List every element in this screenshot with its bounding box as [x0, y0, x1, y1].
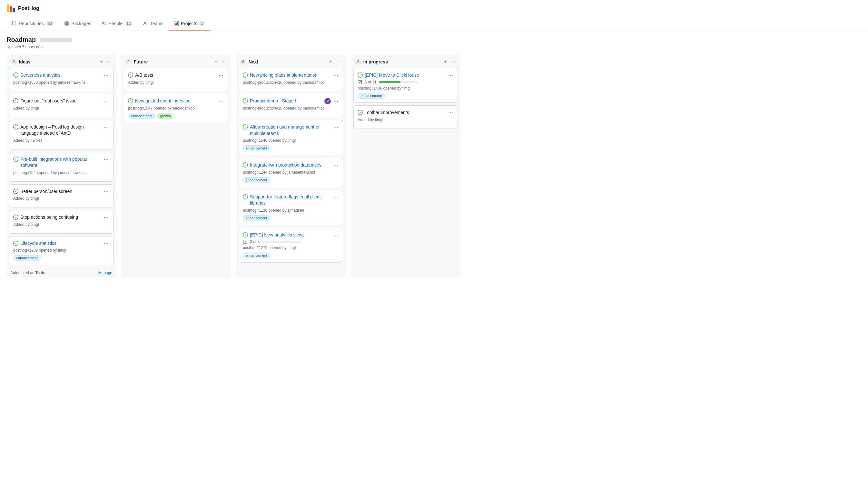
badge-enhancement-5: enhancement [243, 215, 270, 221]
column-ideas-more-button[interactable]: ··· [105, 58, 112, 65]
page-title: Roadmap [6, 36, 36, 43]
card-ab-tests[interactable]: A/B tests ··· Added by timgl [124, 68, 228, 91]
column-future-cards: A/B tests ··· Added by timgl New guided … [121, 68, 231, 126]
column-ideas: 8 Ideas + ··· Serverless analytics ··· [6, 55, 116, 278]
title-skeleton [40, 38, 72, 42]
card-stop-actions[interactable]: Stop actions being confusing ··· Added b… [9, 210, 114, 233]
card-analytics-views-footer: enhancement [243, 252, 339, 259]
column-future-add-button[interactable]: + [213, 58, 219, 65]
card-feature-flags[interactable]: Support for feature flags in all client … [239, 190, 343, 225]
column-ideas-add-button[interactable]: + [98, 58, 104, 65]
manage-button[interactable]: Manage [98, 271, 112, 275]
card-better-person-meta: Added by timgl [13, 196, 109, 201]
svg-rect-2 [12, 8, 15, 12]
people-icon [101, 21, 107, 26]
tab-projects[interactable]: Projects 1 [168, 17, 210, 31]
column-next-add-button[interactable]: + [328, 58, 333, 65]
card-lifecycle-footer: enhancement [13, 255, 109, 261]
card-toolbar-title: Toolbar improvements [365, 109, 409, 116]
issue-draft-icon-3 [13, 189, 19, 194]
package-icon [64, 21, 69, 26]
tab-repositories[interactable]: Repositories 33 [6, 17, 59, 31]
card-feature-flags-meta: posthog#1138 opened by sjmadsen [243, 208, 339, 213]
card-real-users-more-button[interactable]: ··· [103, 98, 109, 104]
column-next-header: 6 Next + ··· [236, 55, 346, 68]
card-serverless-meta: posthog#1556 opened by jamesefhawkins [13, 80, 109, 85]
card-product-demo-meta: posthog-production#18 opened by paolodam… [243, 106, 339, 111]
card-prebuilt-integrations[interactable]: Pre-built integrations with popular soft… [9, 152, 114, 182]
card-toolbar[interactable]: Toolbar improvements ··· Added by timgl [353, 105, 458, 129]
card-lifecycle[interactable]: Lifecycle statistics ··· posthog#1209 op… [9, 236, 114, 265]
card-better-person-more-button[interactable]: ··· [103, 188, 109, 194]
badge-enhancement: enhancement [13, 255, 41, 261]
column-in-progress-actions: + ··· [443, 58, 457, 65]
nav-tabs: Repositories 33 Packages People 12 Teams… [0, 17, 868, 31]
card-integrate-db-meta: posthog#1244 opened by jamesefhawkins [243, 170, 339, 175]
tab-people[interactable]: People 12 [96, 17, 138, 31]
tab-packages-label: Packages [71, 21, 91, 26]
issue-draft-icon-6 [358, 110, 363, 115]
column-future-more-button[interactable]: ··· [220, 58, 227, 65]
card-clickhouse[interactable]: [EPIC] Move to ClickHouse ··· 6 of 11 po… [353, 68, 458, 103]
column-next-count: 6 [240, 59, 247, 64]
card-allow-creation-more-button[interactable]: ··· [333, 124, 339, 130]
card-stop-actions-more-button[interactable]: ··· [103, 214, 109, 220]
tab-people-count: 12 [124, 21, 132, 26]
card-analytics-views-title: [EPIC] New analytics views [250, 232, 305, 238]
card-integrate-db[interactable]: Integrate with production databases ··· … [239, 158, 343, 187]
card-serverless-more-button[interactable]: ··· [103, 72, 109, 78]
card-allow-creation[interactable]: Allow creation and management of multipl… [239, 120, 343, 155]
column-next-more-button[interactable]: ··· [335, 58, 342, 65]
card-app-redesign[interactable]: App redesign – PostHog design language i… [9, 120, 114, 149]
card-lifecycle-meta: posthog#1209 opened by timgl [13, 248, 109, 253]
column-next-title: Next [249, 59, 326, 64]
issue-open-icon-10 [243, 232, 248, 237]
card-lifecycle-more-button[interactable]: ··· [103, 240, 109, 246]
card-product-demo-more-button[interactable]: ··· [333, 98, 339, 104]
card-clickhouse-more-button[interactable]: ··· [447, 72, 454, 78]
column-next-cards: New pricing plans implementation ··· pos… [236, 68, 346, 265]
card-toolbar-more-button[interactable]: ··· [447, 109, 454, 115]
issue-draft-icon-2 [13, 124, 19, 130]
card-app-redesign-more-button[interactable]: ··· [103, 124, 109, 130]
column-future-header: 2 Future + ··· [121, 55, 231, 68]
column-in-progress-more-button[interactable]: ··· [450, 58, 457, 65]
card-serverless[interactable]: Serverless analytics ··· posthog#1556 op… [9, 68, 114, 91]
issue-open-icon-11 [358, 72, 363, 78]
card-new-pricing-more-button[interactable]: ··· [333, 72, 339, 78]
card-guided-event-meta: posthog#1547 opened by paolodamico [128, 106, 224, 111]
card-feature-flags-more-button[interactable]: ··· [333, 194, 339, 200]
card-new-pricing-meta: posthog-production#16 opened by paolodam… [243, 80, 339, 85]
card-new-pricing[interactable]: New pricing plans implementation ··· pos… [239, 68, 343, 91]
repo-icon [11, 21, 17, 26]
card-better-person[interactable]: Better person/user screen ··· Added by t… [9, 184, 114, 207]
svg-rect-0 [7, 4, 9, 12]
card-real-users-meta: Added by timgl [13, 106, 109, 111]
card-clickhouse-title: [EPIC] Move to ClickHouse [365, 72, 419, 79]
tab-teams[interactable]: Teams [138, 17, 168, 31]
card-guided-event[interactable]: New guided event ingestion ··· posthog#1… [124, 94, 228, 123]
badge-enhancement-7: enhancement [358, 93, 385, 99]
card-real-users[interactable]: Figure out "real users" issue ··· Added … [9, 94, 114, 117]
card-analytics-views-more-button[interactable]: ··· [333, 232, 339, 238]
card-prebuilt-more-button[interactable]: ··· [103, 156, 109, 162]
column-ideas-header: 8 Ideas + ··· [6, 55, 116, 68]
card-guided-event-more-button[interactable]: ··· [218, 98, 224, 104]
card-clickhouse-footer: enhancement [358, 93, 454, 99]
column-in-progress-add-button[interactable]: + [443, 58, 448, 65]
card-ab-tests-more-button[interactable]: ··· [218, 72, 224, 78]
checklist-icon-2 [358, 80, 362, 84]
progress-bar-fill-clickhouse [379, 81, 400, 83]
card-product-demo[interactable]: Product demo - Stage I P ··· posthog-pro… [239, 94, 343, 117]
column-ideas-cards: Serverless analytics ··· posthog#1556 op… [6, 68, 116, 268]
tab-repositories-label: Repositories [19, 21, 44, 26]
projects-icon [174, 21, 179, 26]
card-feature-flags-footer: enhancement [243, 215, 339, 221]
automated-as-label: Automated as To do [10, 271, 45, 275]
issue-open-icon-8 [243, 162, 248, 168]
card-integrate-db-more-button[interactable]: ··· [333, 162, 339, 168]
card-analytics-views[interactable]: [EPIC] New analytics views ··· 0 of 7 po… [239, 228, 343, 263]
column-ideas-actions: + ··· [98, 58, 112, 65]
tab-packages[interactable]: Packages [59, 17, 96, 31]
column-future: 2 Future + ··· A/B tests ··· [121, 55, 231, 278]
